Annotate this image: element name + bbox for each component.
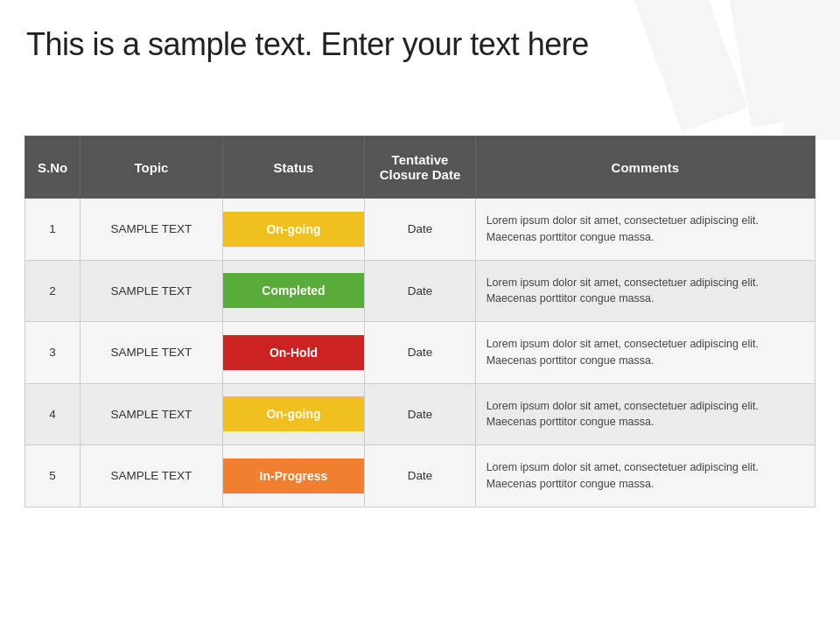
cell-date: Date <box>365 445 475 508</box>
cell-sno: 4 <box>25 383 80 445</box>
cell-sno: 5 <box>25 445 80 508</box>
cell-comments: Lorem ipsum dolor sit amet, consectetuer… <box>475 322 815 384</box>
table-row: 5SAMPLE TEXTIn-ProgressDateLorem ipsum d… <box>25 445 816 508</box>
status-badge-ongoing: On-going <box>223 212 365 247</box>
header-comments: Comments <box>475 136 815 199</box>
cell-status: On-Hold <box>222 322 365 384</box>
cell-status: On-going <box>222 199 365 261</box>
cell-comments: Lorem ipsum dolor sit amet, consectetuer… <box>475 383 815 445</box>
svg-rect-1 <box>724 0 821 128</box>
status-badge-onhold: On-Hold <box>223 335 365 370</box>
cell-topic: SAMPLE TEXT <box>80 445 223 508</box>
table-header-row: S.No Topic Status Tentative Closure Date… <box>25 136 816 199</box>
cell-topic: SAMPLE TEXT <box>80 383 223 445</box>
cell-comments: Lorem ipsum dolor sit amet, consectetuer… <box>475 445 815 508</box>
cell-topic: SAMPLE TEXT <box>80 260 223 322</box>
status-badge-completed: Completed <box>223 273 365 308</box>
cell-status: In-Progress <box>222 445 365 508</box>
cell-comments: Lorem ipsum dolor sit amet, consectetuer… <box>475 260 815 322</box>
table-row: 4SAMPLE TEXTOn-goingDateLorem ipsum dolo… <box>25 383 816 445</box>
cell-sno: 1 <box>25 199 80 261</box>
header-sno: S.No <box>25 136 80 199</box>
status-badge-inprogress: In-Progress <box>223 458 365 494</box>
cell-date: Date <box>365 260 475 322</box>
svg-rect-2 <box>782 0 840 140</box>
cell-comments: Lorem ipsum dolor sit amet, consectetuer… <box>475 199 815 261</box>
main-table: S.No Topic Status Tentative Closure Date… <box>24 136 816 508</box>
cell-date: Date <box>365 383 475 445</box>
cell-status: Completed <box>222 260 365 322</box>
cell-sno: 2 <box>25 260 80 322</box>
header-tentative-closure-date: Tentative Closure Date <box>365 136 475 199</box>
header-status: Status <box>222 136 365 199</box>
page-title: This is a sample text. Enter your text h… <box>26 26 589 63</box>
table-container: S.No Topic Status Tentative Closure Date… <box>24 136 816 595</box>
cell-topic: SAMPLE TEXT <box>80 199 223 261</box>
cell-date: Date <box>365 199 475 261</box>
svg-rect-0 <box>628 0 748 132</box>
status-badge-ongoing: On-going <box>223 396 365 431</box>
header-topic: Topic <box>80 136 223 199</box>
table-row: 1SAMPLE TEXTOn-goingDateLorem ipsum dolo… <box>25 199 816 261</box>
cell-topic: SAMPLE TEXT <box>80 322 223 384</box>
background-decoration <box>490 0 840 140</box>
table-row: 2SAMPLE TEXTCompletedDateLorem ipsum dol… <box>25 260 816 322</box>
cell-status: On-going <box>222 383 365 445</box>
cell-date: Date <box>365 322 475 384</box>
table-row: 3SAMPLE TEXTOn-HoldDateLorem ipsum dolor… <box>25 322 816 384</box>
cell-sno: 3 <box>25 322 80 384</box>
